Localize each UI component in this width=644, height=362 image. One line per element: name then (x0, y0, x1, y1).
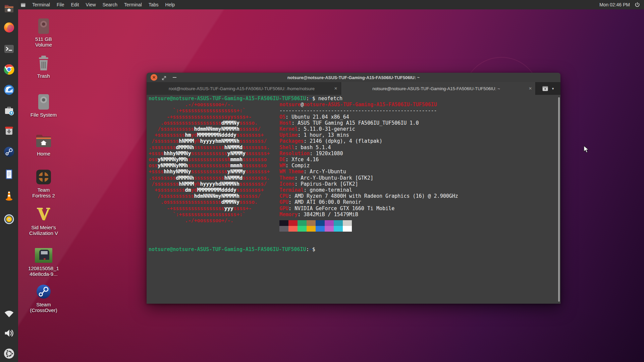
palette-swatch (343, 226, 352, 232)
menubar-menus: Terminal File Edit View Search Terminal … (29, 0, 178, 9)
neofetch-info-line: WM: Compiz (279, 163, 458, 169)
libreoffice-writer-icon[interactable] (3, 168, 15, 180)
menu-view[interactable]: View (83, 0, 99, 9)
power-icon[interactable] (635, 2, 640, 7)
tab-close-icon[interactable]: ✕ (529, 86, 532, 91)
palette-swatch (279, 226, 288, 232)
transmission-icon[interactable] (3, 125, 15, 137)
neofetch-info-line: OS: Ubuntu 21.04 x86_64 (279, 114, 458, 120)
volume-icon[interactable] (3, 327, 15, 339)
neofetch-info: notsure@notsure-ASUS-TUF-Gaming-A15-FA50… (279, 102, 458, 232)
menu-help[interactable]: Help (162, 0, 178, 9)
tab-list-dropdown[interactable]: ▾ (552, 86, 554, 91)
civ5-v-icon: V (37, 206, 50, 223)
neofetch-info-line: Icons: Papirus-Dark [GTK2] (279, 181, 458, 187)
steam-crossover-icon (35, 283, 52, 300)
window-title: notsure@notsure-ASUS-TUF-Gaming-A15-FA50… (287, 75, 420, 80)
window-titlebar[interactable]: ✕ notsure@notsure-ASUS-TUF-Gaming-A15-FA… (147, 73, 560, 82)
top-menubar: Terminal File Edit View Search Terminal … (0, 0, 644, 9)
desktop-icon-home[interactable]: Home (28, 132, 60, 157)
rhythmbox-icon[interactable] (3, 213, 15, 225)
menu-file[interactable]: File (53, 0, 68, 9)
trash-icon (35, 54, 52, 72)
firefox-icon[interactable] (3, 21, 15, 34)
neofetch-info-line: DE: Xfce 4.16 (279, 157, 458, 163)
neofetch-ascii-logo: .-/+oossssoo+/-. `:+ssssssssssssssssss+:… (149, 102, 279, 224)
palette-swatch (307, 220, 316, 226)
palette-swatch (298, 226, 307, 232)
photo-thumbnail-icon (35, 248, 52, 263)
palette-swatch (334, 220, 343, 226)
desktop-icon-steam-crossover[interactable]: Steam (CrossOver) (28, 283, 60, 313)
ubuntu-icon[interactable] (3, 348, 15, 360)
menu-terminal[interactable]: Terminal (29, 0, 53, 9)
mouse-cursor (583, 145, 591, 155)
palette-swatch (316, 220, 325, 226)
menu-search[interactable]: Search (99, 0, 121, 9)
neofetch-info-line: Host: ASUS TUF Gaming A15 FA506IU_TUF506… (279, 120, 458, 126)
terminal-color-palette (279, 220, 458, 232)
wifi-icon[interactable] (3, 308, 15, 320)
palette-swatch (288, 226, 298, 232)
desktop-icon-civilization-v[interactable]: V Sid Meier's Civilization V (28, 206, 60, 236)
palette-swatch (307, 226, 316, 232)
neofetch-info-line: Shell: bash 5.1.4 (279, 144, 458, 150)
thunderbird-icon[interactable] (3, 84, 15, 96)
desktop-icon-label: Trash (28, 73, 60, 79)
tab-notsure-home[interactable]: notsure@notsure-ASUS-TUF-Gaming-A15-FA50… (341, 82, 536, 95)
neofetch-info-line: Resolution: 644x362 (279, 150, 458, 157)
neofetch-header: notsure@notsure-ASUS-TUF-Gaming-A15-FA50… (279, 102, 458, 108)
palette-swatch (316, 226, 325, 232)
desktop-icon-511gb-volume[interactable]: 511 GB Volume (28, 17, 60, 48)
desktop-icon-label: Home (28, 151, 60, 157)
terminal-content[interactable]: notsure@notsure-ASUS-TUF-Gaming-A15-FA50… (147, 95, 560, 304)
vlc-icon[interactable] (3, 190, 15, 202)
desktop-icon-team-fortress-2[interactable]: Team Fortress 2 (28, 168, 60, 198)
prompt-line-2: notsure@notsure-ASUS-TUF-Gaming-A15-FA50… (149, 246, 560, 252)
dock (0, 0, 18, 362)
desktop-icon-label: Sid Meier's Civilization V (28, 225, 60, 236)
palette-swatch (325, 220, 334, 226)
clock[interactable]: Mon 02:46 PM (599, 2, 630, 7)
files-icon[interactable] (3, 3, 15, 15)
terminal-window: ✕ notsure@notsure-ASUS-TUF-Gaming-A15-FA… (147, 73, 560, 304)
restore-button[interactable] (162, 75, 166, 81)
desktop-icon-label: 511 GB Volume (28, 36, 60, 48)
menu-tabs[interactable]: Tabs (145, 0, 162, 9)
close-button[interactable]: ✕ (151, 74, 157, 81)
neofetch-info-line: GPU: AMD ATI 06:00.0 Renoir (279, 199, 458, 205)
tf2-icon (35, 168, 52, 186)
desktop-icon-label: 120815058_1 46e8cda-9... (28, 265, 60, 277)
palette-swatch (343, 220, 352, 226)
desktop-icon-label: File System (28, 112, 60, 118)
command-text: neofetch (315, 96, 342, 102)
chrome-icon[interactable] (3, 63, 15, 75)
desktop-icon-label: Steam (CrossOver) (28, 302, 60, 313)
neofetch-info-line: Theme: Arc-Y-Ubuntu-Dark [GTK2] (279, 175, 458, 181)
desktop-icon-file-system[interactable]: File System (28, 93, 60, 118)
window-app-icon (21, 3, 25, 8)
new-tab-button[interactable] (542, 86, 548, 91)
tab-close-icon[interactable]: ✕ (334, 86, 337, 91)
neofetch-output: .-/+oossssoo+/-. `:+ssssssssssssssssss+:… (149, 102, 560, 232)
terminal-dock-icon[interactable] (3, 43, 15, 55)
minimize-button[interactable] (173, 77, 176, 78)
desktop-icon-trash[interactable]: Trash (28, 54, 60, 79)
prompt-line-1: notsure@notsure-ASUS-TUF-Gaming-A15-FA50… (149, 96, 560, 102)
drive-icon (35, 93, 52, 111)
menu-terminal-2[interactable]: Terminal (121, 0, 145, 9)
palette-swatch (288, 220, 298, 226)
software-installer-icon[interactable] (3, 105, 15, 117)
home-folder-icon (35, 132, 52, 149)
neofetch-info-line: Memory: 3842MiB / 15479MiB (279, 212, 458, 218)
palette-swatch (334, 226, 343, 232)
tab-root-home-notsure[interactable]: root@notsure-ASUS-TUF-Gaming-A15-FA506IU… (147, 82, 341, 95)
neofetch-info-line: Kernel: 5.11.0-31-generic (279, 126, 458, 132)
menu-edit[interactable]: Edit (67, 0, 82, 9)
scrollbar[interactable] (558, 97, 560, 302)
neofetch-info-line: Uptime: 1 hour, 13 mins (279, 132, 458, 138)
palette-swatch (298, 220, 307, 226)
desktop-icon-photo-file[interactable]: 120815058_1 46e8cda-9... (28, 247, 60, 277)
steam-dock-icon[interactable] (3, 146, 15, 158)
neofetch-info-line: CPU: AMD Ryzen 7 4800H with Radeon Graph… (279, 193, 458, 199)
